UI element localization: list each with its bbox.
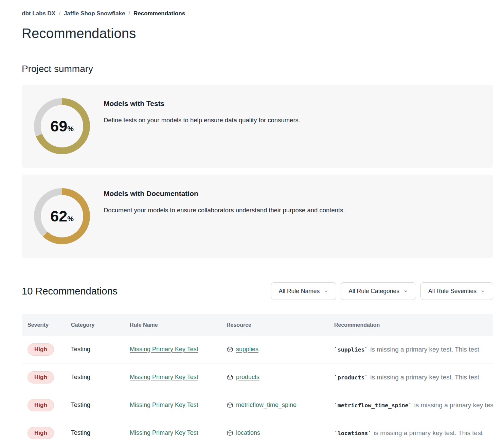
resource-cell: supplies xyxy=(227,346,334,353)
category-cell: Testing xyxy=(71,401,130,409)
severity-cell: High xyxy=(22,427,71,439)
card-text-block: Models with Tests Define tests on your m… xyxy=(104,85,300,124)
page-content: dbt Labs DX / Jaffle Shop Snowflake / Re… xyxy=(22,0,493,447)
recommendations-header-bar: 10 Recommendations All Rule Names All Ru… xyxy=(22,282,493,300)
breadcrumb-separator: / xyxy=(128,10,130,17)
recommendations-count-heading: 10 Recommendations xyxy=(22,286,118,297)
column-header-rule-name: Rule Name xyxy=(130,322,227,328)
severity-badge-high: High xyxy=(28,427,54,439)
table-row: High Testing Missing Primary Key Test pr… xyxy=(22,363,493,391)
column-header-resource: Resource xyxy=(227,322,334,328)
column-header-recommendation: Recommendation xyxy=(334,322,493,328)
model-cube-icon xyxy=(227,430,233,436)
project-summary-heading: Project summary xyxy=(22,64,493,74)
chevron-down-icon xyxy=(481,289,485,293)
rule-name-cell: Missing Primary Key Test xyxy=(130,429,227,436)
filter-label: All Rule Names xyxy=(279,288,320,295)
severity-badge-high: High xyxy=(28,343,54,356)
recommendation-code: `supplies` xyxy=(334,346,368,353)
recommendation-cell: `locations`is missing a primary key test… xyxy=(334,429,493,437)
category-cell: Testing xyxy=(71,346,130,353)
breadcrumb-item-project[interactable]: Jaffle Shop Snowflake xyxy=(64,10,125,17)
rule-name-link[interactable]: Missing Primary Key Test xyxy=(130,346,198,353)
rule-name-cell: Missing Primary Key Test xyxy=(130,401,227,409)
filter-group: All Rule Names All Rule Categories All R… xyxy=(271,282,493,300)
card-description: Define tests on your models to help ensu… xyxy=(104,117,300,124)
severity-cell: High xyxy=(22,399,71,411)
column-header-category: Category xyxy=(71,322,130,328)
recommendation-code: `metricflow_time_spine` xyxy=(334,402,412,409)
docs-donut-chart: 62 % xyxy=(34,188,90,244)
resource-cell: locations xyxy=(227,429,334,436)
donut-center: 62 % xyxy=(41,195,83,237)
filter-label: All Rule Categories xyxy=(348,288,399,295)
resource-cell: products xyxy=(227,374,334,381)
summary-card-models-with-documentation: 62 % Models with Documentation Document … xyxy=(22,175,493,258)
recommendations-table: Severity Category Rule Name Resource Rec… xyxy=(22,314,493,447)
recommendation-text: is missing a primary key test. This test xyxy=(374,429,483,436)
breadcrumb-item-account[interactable]: dbt Labs DX xyxy=(22,10,55,17)
card-title: Models with Tests xyxy=(104,100,300,108)
filter-rule-categories-dropdown[interactable]: All Rule Categories xyxy=(341,282,416,300)
resource-link[interactable]: products xyxy=(236,374,259,381)
severity-cell: High xyxy=(22,371,71,383)
model-cube-icon xyxy=(227,346,233,353)
recommendation-cell: `metricflow_time_spine`is missing a prim… xyxy=(334,401,493,409)
recommendation-text: is missing a primary key test. This test xyxy=(370,374,479,381)
rule-name-cell: Missing Primary Key Test xyxy=(130,346,227,353)
resource-link[interactable]: metricflow_time_spine xyxy=(236,401,296,409)
resource-link[interactable]: supplies xyxy=(236,346,258,353)
card-description: Document your models to ensure collabora… xyxy=(104,207,345,214)
donut-center: 69 % xyxy=(41,105,83,147)
donut-percent-sign: % xyxy=(67,125,74,133)
table-row: High Testing Missing Primary Key Test me… xyxy=(22,391,493,419)
donut-percent-value: 69 xyxy=(50,118,67,135)
donut-percent-value: 62 xyxy=(50,208,67,225)
filter-rule-severities-dropdown[interactable]: All Rule Severities xyxy=(420,282,493,300)
rule-name-cell: Missing Primary Key Test xyxy=(130,374,227,381)
chevron-down-icon xyxy=(403,289,408,293)
recommendation-code: `products` xyxy=(334,374,368,381)
breadcrumb-item-current: Recommendations xyxy=(133,10,185,17)
breadcrumb: dbt Labs DX / Jaffle Shop Snowflake / Re… xyxy=(22,0,493,17)
filter-label: All Rule Severities xyxy=(428,288,476,295)
table-row: High Testing Missing Primary Key Test su… xyxy=(22,336,493,363)
filter-rule-names-dropdown[interactable]: All Rule Names xyxy=(271,282,337,300)
severity-badge-high: High xyxy=(28,371,54,383)
resource-cell: metricflow_time_spine xyxy=(227,401,334,409)
model-cube-icon xyxy=(227,402,233,409)
recommendation-code: `locations` xyxy=(334,430,371,436)
category-cell: Testing xyxy=(71,374,130,381)
rule-name-link[interactable]: Missing Primary Key Test xyxy=(130,374,198,380)
page-title: Recommendations xyxy=(22,26,493,41)
table-header-row: Severity Category Rule Name Resource Rec… xyxy=(22,314,493,336)
recommendation-cell: `products`is missing a primary key test.… xyxy=(334,374,493,381)
rule-name-link[interactable]: Missing Primary Key Test xyxy=(130,401,198,408)
resource-link[interactable]: locations xyxy=(236,429,260,436)
severity-cell: High xyxy=(22,343,71,356)
recommendation-text: is missing a primary key test. This test xyxy=(370,346,479,353)
severity-badge-high: High xyxy=(28,399,54,411)
column-header-severity: Severity xyxy=(22,322,71,328)
card-title: Models with Documentation xyxy=(104,190,345,198)
table-row: High Testing Missing Primary Key Test lo… xyxy=(22,419,493,447)
donut-percent-sign: % xyxy=(67,215,74,223)
category-cell: Testing xyxy=(71,429,130,436)
summary-card-models-with-tests: 69 % Models with Tests Define tests on y… xyxy=(22,85,493,168)
model-cube-icon xyxy=(227,374,233,381)
breadcrumb-separator: / xyxy=(59,10,60,17)
chevron-down-icon xyxy=(324,289,328,293)
card-text-block: Models with Documentation Document your … xyxy=(104,175,345,214)
recommendation-text: is missing a primary key test. This test xyxy=(414,401,493,409)
tests-donut-chart: 69 % xyxy=(34,98,90,154)
recommendation-cell: `supplies`is missing a primary key test.… xyxy=(334,346,493,353)
rule-name-link[interactable]: Missing Primary Key Test xyxy=(130,429,198,436)
